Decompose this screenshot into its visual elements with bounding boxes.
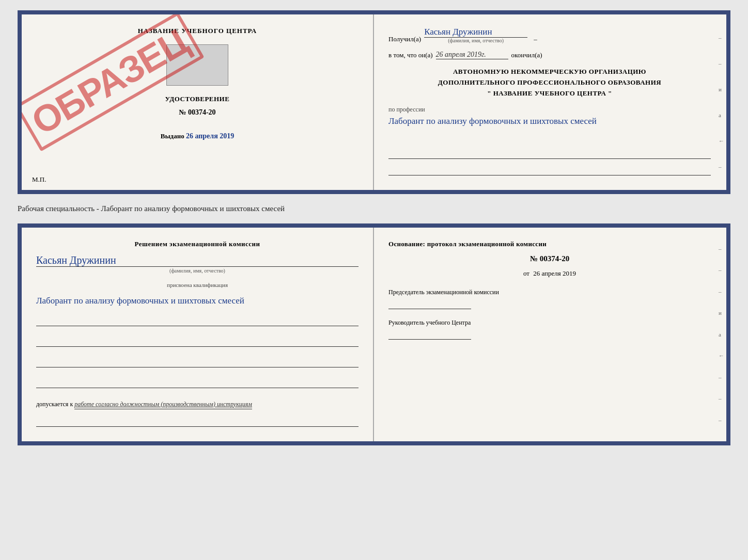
bot-line-5: [36, 417, 359, 427]
top-document: НАЗВАНИЕ УЧЕБНОГО ЦЕНТРА ОБРАЗЕЦ УДОСТОВ…: [18, 10, 730, 194]
dopuskaetsya-text: работе согласно должностным (производств…: [74, 401, 252, 409]
poluchil-row: Получил(а) Касьян Дружинин (фамилия, имя…: [388, 27, 711, 43]
uds-number: № 00374-20: [179, 108, 215, 117]
ot-date-row: от 26 апреля 2019: [388, 269, 711, 278]
predsed-label: Председатель экзаменационной комиссии: [388, 288, 711, 297]
re-char-1: –: [719, 35, 724, 41]
po-professii-block: по профессии Лаборант по анализу формово…: [388, 106, 711, 128]
rech-1: –: [719, 246, 724, 252]
re-char-6: –: [719, 164, 724, 170]
rech-6: ←: [719, 353, 724, 359]
bottom-doc-left: Решением экзаменационной комиссии Касьян…: [22, 228, 374, 441]
qual-handwritten: Лаборант по анализу формовочных и шихтов…: [36, 296, 244, 306]
po-professii-label: по профессии: [388, 106, 711, 114]
top-center-title: НАЗВАНИЕ УЧЕБНОГО ЦЕНТРА: [138, 27, 257, 35]
sample-stamp-overlay: ОБРАЗЕЦ: [37, 30, 182, 133]
top-doc-left: НАЗВАНИЕ УЧЕБНОГО ЦЕНТРА ОБРАЗЕЦ УДОСТОВ…: [22, 14, 374, 190]
bottom-doc-right: Основание: протокол экзаменационной коми…: [374, 228, 726, 441]
right-edge-chars-bottom: – – – и а ← – – –: [719, 228, 724, 441]
predsed-block: Председатель экзаменационной комиссии: [388, 288, 711, 309]
ot-prefix: от: [523, 269, 529, 277]
rech-3: –: [719, 289, 724, 295]
komissia-title: Решением экзаменационной комиссии: [36, 240, 359, 248]
bottom-name-handwritten: Касьян Дружинин: [36, 254, 359, 267]
cert-photo-placeholder: [166, 44, 228, 86]
vydano-date: 26 апреля 2019: [186, 132, 234, 140]
rech-8: –: [719, 395, 724, 402]
bottom-document: Решением экзаменационной комиссии Касьян…: [18, 223, 730, 445]
name-block: Касьян Дружинин (фамилия, имя, отчество): [36, 254, 359, 274]
poluchil-fio-small: (фамилия, имя, отчество): [448, 38, 504, 43]
dopuskaetsya-block: допускается к работе согласно должностны…: [36, 401, 359, 408]
bot-line-4: [36, 378, 359, 388]
vtom-row: в том, что он(а) 26 апреля 2019г. окончи…: [388, 51, 711, 59]
vydano-label: Выдано: [161, 132, 184, 140]
ot-date: 26 апреля 2019: [533, 269, 576, 277]
rech-2: –: [719, 267, 724, 273]
dopuskaetsya-prefix: допускается к: [36, 401, 73, 408]
avt-line3: " НАЗВАНИЕ УЧЕБНОГО ЦЕНТРА ": [388, 88, 711, 99]
avt-line1: АВТОНОМНУЮ НЕКОММЕРЧЕСКУЮ ОРГАНИЗАЦИЮ: [388, 67, 711, 77]
re-char-2: –: [719, 60, 724, 67]
prisv-label: присвоена квалификация: [36, 282, 359, 288]
ruk-label: Руководитель учебного Центра: [388, 318, 711, 327]
avt-line2: ДОПОЛНИТЕЛЬНОГО ПРОФЕССИОНАЛЬНОГО ОБРАЗО…: [388, 77, 711, 88]
uds-label: УДОСТОВЕРЕНИЕ: [165, 95, 230, 103]
bottom-fio-small: (фамилия, имя, отчество): [36, 268, 359, 274]
poluchil-label: Получил(а): [388, 35, 421, 43]
protocol-number: № 00374-20: [388, 254, 711, 263]
bottom-lines: [388, 147, 711, 178]
specialty-label: Рабочая специальность - Лаборант по анал…: [18, 202, 730, 215]
rech-4: и: [719, 310, 724, 316]
ruk-block: Руководитель учебного Центра: [388, 318, 711, 340]
vtom-date: 26 апреля 2019г.: [436, 51, 508, 59]
dash-separator: –: [534, 35, 537, 43]
avt-block: АВТОНОМНУЮ НЕКОММЕРЧЕСКУЮ ОРГАНИЗАЦИЮ ДО…: [388, 67, 711, 99]
podpis-block: Председатель экзаменационной комиссии Ру…: [388, 288, 711, 340]
bot-line-1: [36, 316, 359, 326]
line2: [388, 165, 711, 175]
predsed-line: [388, 299, 471, 309]
vydano-row: Выдано 26 апреля 2019: [161, 132, 234, 140]
bot-line-2: [36, 337, 359, 347]
re-char-4: а: [719, 112, 724, 118]
vtom-prefix: в том, что он(а): [388, 51, 433, 59]
mp-label: М.П.: [32, 175, 46, 184]
osnov-title: Основание: протокол экзаменационной коми…: [388, 240, 711, 248]
okonchil-label: окончил(а): [511, 51, 542, 59]
rech-5: а: [719, 331, 724, 338]
top-doc-right: Получил(а) Касьян Дружинин (фамилия, имя…: [374, 14, 726, 190]
re-char-5: ←: [719, 138, 724, 144]
re-char-3: и: [719, 86, 724, 92]
profession-handwritten: Лаборант по анализу формовочных и шихтов…: [388, 115, 711, 128]
rech-9: –: [719, 417, 724, 423]
line1: [388, 149, 711, 159]
bot-line-3: [36, 357, 359, 367]
poluchil-name: Касьян Дружинин: [424, 27, 527, 38]
right-edge-chars: – – и а ← –: [719, 14, 724, 190]
ruk-line: [388, 329, 471, 340]
qual-block: Лаборант по анализу формовочных и шихтов…: [36, 294, 359, 308]
rech-7: –: [719, 374, 724, 380]
